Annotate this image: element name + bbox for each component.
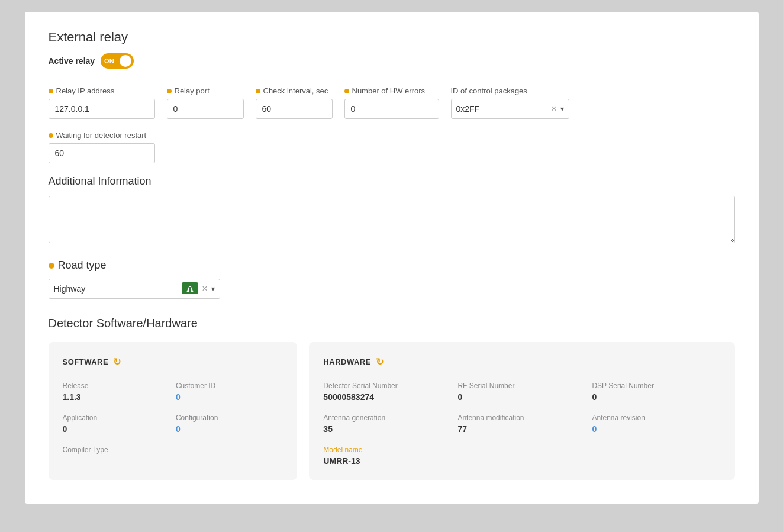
id-packages-arrow-icon[interactable]: ▾: [560, 105, 564, 113]
id-packages-clear-icon[interactable]: ×: [551, 104, 556, 114]
software-compiler-item: Compiler Type: [63, 446, 170, 456]
software-customer-id-item: Customer ID 0: [176, 382, 283, 402]
check-interval-input[interactable]: [256, 99, 333, 119]
waiting-restart-label: Waiting for detector restart: [49, 131, 155, 140]
hw-errors-input[interactable]: [344, 99, 439, 119]
software-release-item: Release 1.1.3: [63, 382, 170, 402]
hardware-card-title: HARDWARE ↻: [323, 356, 720, 367]
svg-rect-2: [189, 287, 191, 292]
check-interval-dot: [256, 89, 260, 93]
waiting-restart-field: Waiting for detector restart: [49, 131, 155, 163]
active-relay-toggle[interactable]: ON: [101, 53, 134, 69]
software-refresh-icon[interactable]: ↻: [113, 356, 121, 367]
highway-icon: [182, 282, 198, 296]
hardware-antenna-rev-item: Antenna revision 0: [592, 414, 720, 434]
software-customer-id-value: 0: [176, 392, 181, 402]
svg-rect-3: [189, 284, 191, 286]
hardware-dsp-serial-item: DSP Serial Number 0: [592, 382, 720, 402]
relay-port-input[interactable]: [167, 99, 244, 119]
id-packages-field: ID of control packages 0x2FF × ▾: [451, 86, 569, 119]
software-card: SOFTWARE ↻ Release 1.1.3 Customer ID 0: [49, 342, 298, 480]
software-configuration-value: 0: [176, 424, 181, 434]
hw-errors-field: Number of HW errors: [344, 86, 439, 119]
software-configuration-item: Configuration 0: [176, 414, 283, 434]
waiting-restart-dot: [49, 133, 53, 138]
relay-port-field: Relay port: [167, 86, 244, 119]
hardware-card: HARDWARE ↻ Detector Serial Number 500005…: [309, 342, 734, 480]
hardware-antenna-mod-value: 77: [457, 424, 467, 434]
software-application-item: Application 0: [63, 414, 170, 434]
software-release-value: 1.1.3: [63, 392, 81, 402]
relay-port-dot: [167, 89, 172, 93]
detector-section-title: Detector Software/Hardware: [49, 317, 735, 330]
toggle-circle: [120, 55, 131, 67]
hardware-antenna-rev-value: 0: [592, 424, 597, 434]
hardware-dsp-serial-value: 0: [592, 392, 597, 402]
waiting-restart-input[interactable]: [49, 143, 155, 163]
hw-errors-label: Number of HW errors: [344, 86, 439, 95]
toggle-on-label: ON: [104, 57, 114, 65]
additional-info-title: Additional Information: [49, 175, 735, 188]
id-packages-value: 0x2FF: [456, 104, 548, 114]
hardware-detector-serial-value: 50000583274: [323, 392, 374, 402]
hardware-refresh-icon[interactable]: ↻: [376, 356, 384, 367]
relay-ip-dot: [49, 89, 53, 93]
software-card-title: SOFTWARE ↻: [63, 356, 283, 367]
active-relay-label: Active relay: [49, 56, 95, 66]
hardware-model-name-item: Model name UMRR-13: [323, 446, 452, 466]
hardware-antenna-mod-item: Antenna modification 77: [457, 414, 586, 434]
check-interval-label: Check interval, sec: [256, 86, 333, 95]
hardware-antenna-gen-value: 35: [323, 424, 333, 434]
hardware-antenna-gen-item: Antenna generation 35: [323, 414, 452, 434]
detector-section: Detector Software/Hardware SOFTWARE ↻ Re…: [49, 317, 735, 480]
road-type-value: Highway: [54, 284, 179, 294]
road-type-arrow-icon[interactable]: ▾: [211, 285, 215, 293]
hardware-model-name-value: UMRR-13: [323, 456, 360, 466]
page-title: External relay: [49, 30, 735, 45]
hardware-rf-serial-value: 0: [457, 392, 462, 402]
additional-info-textarea[interactable]: [49, 196, 735, 243]
check-interval-field: Check interval, sec: [256, 86, 333, 119]
road-type-dot: [49, 263, 54, 269]
relay-port-label: Relay port: [167, 86, 244, 95]
road-type-label: Road type: [49, 259, 735, 272]
road-type-select[interactable]: Highway × ▾: [49, 279, 220, 299]
relay-ip-input[interactable]: [49, 99, 155, 119]
id-packages-select[interactable]: 0x2FF × ▾: [451, 99, 569, 119]
software-application-value: 0: [63, 424, 67, 434]
relay-ip-field: Relay IP address: [49, 86, 155, 119]
id-packages-label: ID of control packages: [451, 86, 569, 95]
road-type-clear-icon[interactable]: ×: [202, 284, 207, 294]
relay-ip-label: Relay IP address: [49, 86, 155, 95]
hw-errors-dot: [344, 89, 349, 93]
hardware-detector-serial-item: Detector Serial Number 50000583274: [323, 382, 452, 402]
hardware-rf-serial-item: RF Serial Number 0: [457, 382, 586, 402]
